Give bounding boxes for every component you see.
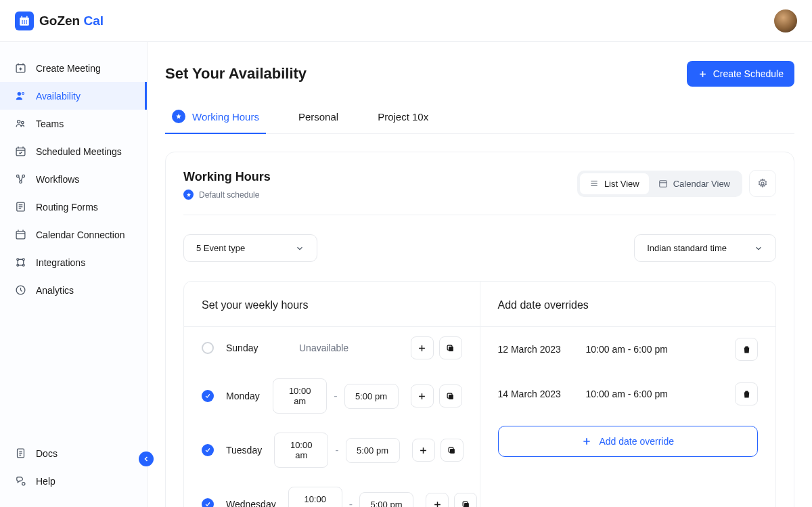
star-icon [183,190,194,200]
select-value: Indian standard time [647,243,727,253]
chevron-down-icon [754,244,763,253]
sidebar-item-docs[interactable]: Docs [0,439,147,467]
brand-gozen: GoZen [39,14,80,28]
svg-point-21 [22,259,24,261]
override-range: 10:00 am - 6:00 pm [586,344,668,355]
sidebar-item-create-meeting[interactable]: Create Meeting [0,54,147,82]
sidebar-item-scheduled-meetings[interactable]: Scheduled Meetings [0,137,147,165]
logo[interactable]: GoZen Cal [15,12,104,30]
star-icon [172,110,185,123]
sidebar-item-routing-forms[interactable]: Routing Forms [0,193,147,221]
sidebar-item-label: Availability [36,91,81,102]
schedule-subtitle: Default schedule [199,190,259,200]
add-slot-button[interactable] [412,439,435,462]
sidebar-item-label: Workflows [36,174,79,185]
copy-slot-button[interactable] [441,439,464,462]
sidebar-item-label: Create Meeting [36,63,101,74]
copy-slot-button[interactable] [439,384,462,407]
sidebar: Create Meeting Availability Teams Schedu… [0,42,148,507]
end-time-input[interactable]: 5:00 pm [344,384,399,409]
dash: - [335,444,338,456]
sidebar-item-label: Integrations [36,257,85,268]
sidebar-item-help[interactable]: Help [0,467,147,495]
day-row-tuesday: Tuesday 10:00 am - 5:00 pm [184,423,480,477]
start-time-input[interactable]: 10:00 am [273,378,327,414]
svg-point-28 [761,182,764,185]
event-type-select[interactable]: 5 Event type [183,234,317,262]
sidebar-item-label: Docs [36,448,58,459]
page-title: Set Your Availability [165,65,307,83]
day-toggle[interactable] [202,498,214,507]
override-row: 12 March 2023 10:00 am - 6:00 pm [480,327,776,372]
sidebar-item-availability[interactable]: Availability [0,82,147,110]
svg-point-7 [24,22,25,24]
day-name: Monday [226,391,261,401]
collapse-sidebar-button[interactable] [139,451,154,466]
svg-point-3 [22,20,23,22]
settings-button[interactable] [749,170,776,197]
copy-slot-button[interactable] [454,493,477,507]
add-slot-button[interactable] [411,384,434,407]
day-row-wednesday: Wednesday 10:00 am - 5:00 pm [184,477,480,507]
sidebar-item-label: Help [36,476,55,487]
button-label: Add date override [599,436,674,447]
sidebar-item-label: Scheduled Meetings [36,146,122,157]
svg-rect-33 [450,449,455,454]
list-view-toggle[interactable]: List View [580,173,649,194]
add-slot-button[interactable] [411,336,434,359]
copy-slot-button[interactable] [439,336,462,359]
sidebar-item-calendar-connection[interactable]: Calendar Connection [0,221,147,248]
chevron-down-icon [295,244,304,253]
sidebar-item-teams[interactable]: Teams [0,110,147,137]
svg-rect-27 [659,181,667,187]
add-slot-button[interactable] [426,493,449,507]
schedule-tabs: Working Hours Personal Project 10x [165,103,794,134]
day-toggle[interactable] [202,342,214,354]
svg-point-23 [22,264,24,266]
delete-override-button[interactable] [735,382,758,405]
start-time-input[interactable]: 10:00 am [274,433,328,468]
tab-label: Project 10x [378,111,428,123]
view-toggle: List View Calendar View [577,171,742,197]
svg-rect-31 [449,395,453,399]
day-name: Sunday [226,343,287,353]
svg-point-22 [17,264,19,266]
add-date-override-button[interactable]: Add date override [498,426,759,457]
svg-point-12 [18,120,20,123]
tab-working-hours[interactable]: Working Hours [165,103,266,134]
dash: - [349,498,353,507]
override-date: 14 March 2023 [498,389,566,399]
svg-point-10 [18,92,21,95]
unavailable-label: Unavailable [299,343,348,353]
svg-point-13 [22,121,24,124]
timezone-select[interactable]: Indian standard time [634,234,776,262]
tab-project-10x[interactable]: Project 10x [371,103,435,134]
svg-rect-29 [449,347,453,351]
svg-point-6 [22,22,23,24]
day-toggle[interactable] [202,390,214,402]
calendar-view-toggle[interactable]: Calendar View [649,173,740,194]
svg-rect-1 [22,16,23,18]
end-time-input[interactable]: 5:00 pm [359,492,413,508]
svg-rect-2 [26,16,28,18]
end-time-input[interactable]: 5:00 pm [346,438,400,463]
tab-personal[interactable]: Personal [292,103,345,134]
svg-point-11 [22,93,24,95]
delete-override-button[interactable] [735,338,758,361]
day-toggle[interactable] [202,444,214,456]
sidebar-item-integrations[interactable]: Integrations [0,248,147,276]
avatar[interactable] [774,9,797,32]
svg-rect-19 [16,232,25,239]
brand-cal: Cal [83,14,104,28]
sidebar-item-analytics[interactable]: Analytics [0,276,147,304]
svg-point-4 [24,20,25,22]
tab-label: Working Hours [192,111,259,123]
sidebar-item-label: Analytics [36,285,74,296]
weekly-hours-title: Set your weekly hours [184,282,480,326]
sidebar-item-workflows[interactable]: Workflows [0,165,147,193]
day-row-sunday: Sunday Unavailable [184,327,480,369]
create-schedule-button[interactable]: Create Schedule [687,61,794,87]
start-time-input[interactable]: 10:00 am [288,487,342,507]
sidebar-item-label: Routing Forms [36,202,98,213]
toggle-label: List View [604,179,639,189]
